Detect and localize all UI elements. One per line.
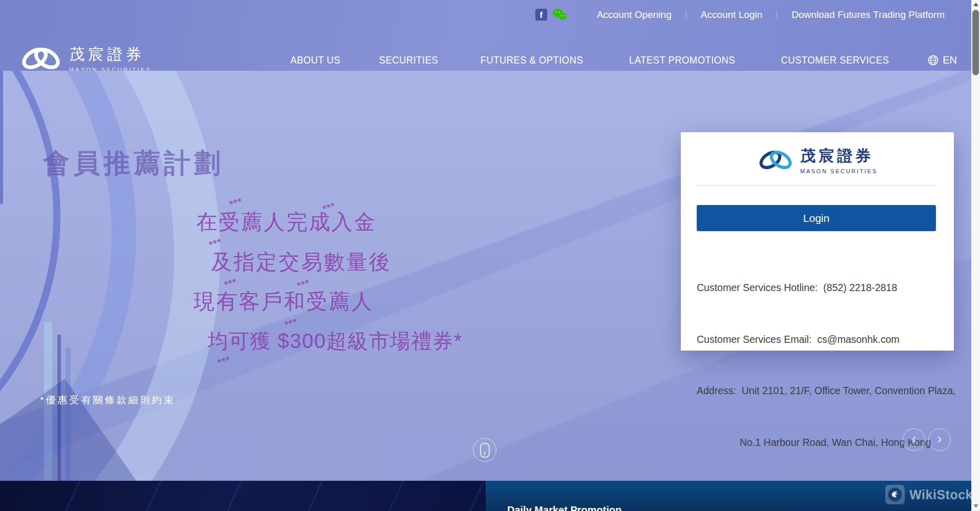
banner-line-4: 均可獲 $300超級市場禮券* — [207, 327, 463, 355]
globe-icon — [928, 55, 939, 66]
wikistock-watermark: WikiStock — [885, 485, 973, 504]
login-button[interactable]: Login — [697, 205, 936, 231]
wikistock-eagle-icon — [885, 485, 905, 504]
nav-item-about-us[interactable]: ABOUT US — [290, 54, 341, 66]
card-logo-cjk: 茂宸證券 — [800, 146, 878, 167]
scrollbar-up-arrow[interactable] — [973, 3, 978, 6]
nav-item-latest-promotions[interactable]: LATEST PROMOTIONS — [629, 54, 735, 66]
carousel-next-button[interactable]: › — [928, 428, 951, 451]
language-selector[interactable]: EN — [928, 54, 957, 66]
scroll-down-indicator — [473, 438, 496, 462]
bottom-left-image — [0, 481, 486, 511]
bottom-section: Daily Market Promotion WikiStock — [0, 481, 980, 511]
banner-terms-note: *優惠受有關條款細則約束 — [40, 394, 175, 407]
logo-cjk-text: 茂宸證券 — [69, 44, 152, 65]
butterfly-logo-icon — [757, 148, 794, 172]
banner-line-1: 在受薦人完成入金 — [196, 208, 377, 236]
nav-item-customer-services[interactable]: CUSTOMER SERVICES — [781, 54, 889, 66]
language-label: EN — [943, 54, 957, 66]
download-futures-platform-link[interactable]: Download Futures Trading Platform — [791, 9, 945, 21]
social-links: f — [535, 8, 567, 21]
site-logo[interactable]: 茂宸證券 MASON SECURITIES — [19, 44, 152, 73]
hero-banner: 會員推薦計劃 *** *** *** *** *** *** *** 在受薦人完… — [0, 71, 980, 481]
mouse-icon — [480, 443, 490, 458]
banner-line-2: 及指定交易數量後 — [211, 248, 391, 276]
card-logo-text: 茂宸證券 MASON SECURITIES — [800, 146, 878, 174]
mouse-wheel-dot — [484, 452, 485, 455]
logo-text: 茂宸證券 MASON SECURITIES — [69, 44, 152, 73]
email-line: Customer Services Email: cs@masonhk.com — [697, 331, 955, 349]
scrollbar-down-arrow[interactable] — [973, 504, 978, 508]
mason-securities-homepage: f Account Opening Account Login Download… — [0, 0, 980, 511]
daily-market-promotion-heading: Daily Market Promotion — [507, 504, 621, 511]
topbar-divider — [777, 11, 777, 19]
address-line-1: Address: Unit 2101, 21/F, Office Tower, … — [697, 382, 955, 400]
card-logo-latin: MASON SECURITIES — [800, 168, 878, 174]
decorative-stripe — [0, 71, 3, 204]
nav-item-securities[interactable]: SECURITIES — [379, 54, 438, 66]
banner-title: 會員推薦計劃 — [43, 146, 224, 181]
vertical-scrollbar[interactable] — [971, 0, 980, 511]
facebook-icon[interactable]: f — [535, 9, 547, 21]
carousel-prev-button[interactable]: ‹ — [903, 428, 925, 451]
card-divider — [697, 185, 936, 186]
card-logo: 茂宸證券 MASON SECURITIES — [681, 146, 954, 174]
wechat-icon[interactable] — [552, 8, 567, 21]
wikistock-label: WikiStock — [909, 487, 973, 502]
account-login-link[interactable]: Account Login — [701, 9, 762, 21]
login-card: 茂宸證券 MASON SECURITIES Login Customer Ser… — [681, 132, 954, 351]
scrollbar-thumb[interactable] — [972, 10, 979, 75]
main-navigation: ABOUT US SECURITIES FUTURES & OPTIONS LA… — [287, 47, 957, 73]
butterfly-logo-icon — [19, 44, 62, 73]
bottom-right-panel: Daily Market Promotion WikiStock — [486, 481, 980, 511]
hotline-line: Customer Services Hotline: (852) 2218-28… — [697, 279, 955, 297]
banner-line-3: 現有客戶和受薦人 — [194, 288, 374, 316]
account-opening-link[interactable]: Account Opening — [597, 9, 672, 21]
nav-item-futures-options[interactable]: FUTURES & OPTIONS — [481, 54, 583, 66]
topbar-divider — [686, 11, 686, 19]
top-utility-bar: f Account Opening Account Login Download… — [0, 0, 971, 29]
